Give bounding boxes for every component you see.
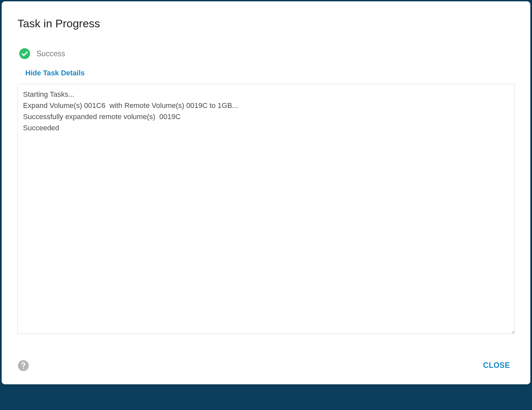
task-progress-modal: Task in Progress Success Hide Task Detai… xyxy=(2,1,530,384)
task-log-textarea[interactable] xyxy=(17,84,515,334)
toggle-task-details-link[interactable]: Hide Task Details xyxy=(25,69,85,77)
svg-point-2 xyxy=(23,367,24,369)
check-circle-icon xyxy=(19,48,31,60)
svg-point-0 xyxy=(19,48,30,59)
help-icon[interactable] xyxy=(17,360,29,372)
close-button[interactable]: CLOSE xyxy=(478,358,515,372)
status-label: Success xyxy=(36,49,65,58)
modal-footer: CLOSE xyxy=(17,358,515,372)
modal-title: Task in Progress xyxy=(17,17,515,30)
status-row: Success xyxy=(17,48,515,60)
